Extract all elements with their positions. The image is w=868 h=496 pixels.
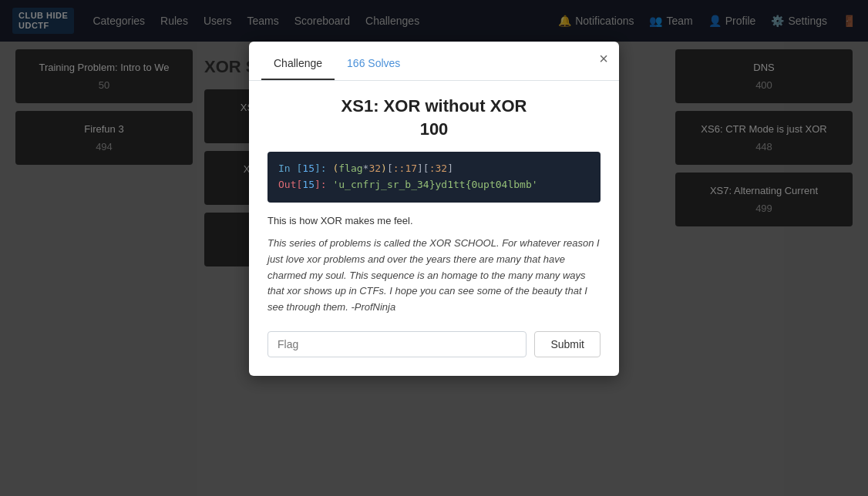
code-line-2: Out[15]: 'u_cnfrj_sr_b_34}yd1tt{0upt04lb… xyxy=(278,177,590,193)
flag-row: Submit xyxy=(267,331,601,357)
modal-overlay: Challenge 166 Solves × XS1: XOR without … xyxy=(0,0,868,496)
challenge-desc2: This series of problems is called the XO… xyxy=(267,236,601,316)
modal-header: Challenge 166 Solves × xyxy=(249,42,619,81)
submit-button[interactable]: Submit xyxy=(534,331,601,357)
tab-challenge[interactable]: Challenge xyxy=(261,51,335,80)
modal-close-button[interactable]: × xyxy=(599,51,608,66)
tab-solves[interactable]: 166 Solves xyxy=(335,51,412,80)
challenge-title: XS1: XOR without XOR xyxy=(267,96,601,116)
challenge-modal: Challenge 166 Solves × XS1: XOR without … xyxy=(249,42,619,376)
challenge-points: 100 xyxy=(267,119,601,139)
code-block: In [15]: (flag*32)[::17][:32] Out[15]: '… xyxy=(267,152,601,203)
code-line-1: In [15]: (flag*32)[::17][:32] xyxy=(278,161,590,177)
modal-body: XS1: XOR without XOR 100 In [15]: (flag*… xyxy=(249,81,619,376)
flag-input[interactable] xyxy=(267,331,527,357)
challenge-desc1: This is how XOR makes me feel. xyxy=(267,213,601,229)
